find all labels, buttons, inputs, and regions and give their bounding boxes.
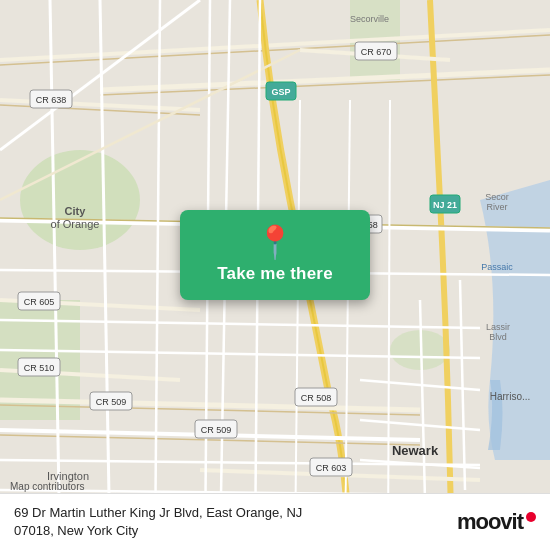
- info-bar: 69 Dr Martin Luther King Jr Blvd, East O…: [0, 493, 550, 550]
- svg-text:Secorville: Secorville: [350, 14, 389, 24]
- svg-text:CR 605: CR 605: [24, 297, 55, 307]
- logo-text: moovit: [457, 509, 523, 535]
- svg-text:CR 603: CR 603: [316, 463, 347, 473]
- svg-text:City: City: [65, 205, 87, 217]
- svg-text:CR 670: CR 670: [361, 47, 392, 57]
- svg-text:CR 508: CR 508: [301, 393, 332, 403]
- svg-text:Passaic: Passaic: [481, 262, 513, 272]
- svg-text:CR 510: CR 510: [24, 363, 55, 373]
- svg-text:Lassir: Lassir: [486, 322, 510, 332]
- svg-point-1: [20, 150, 140, 250]
- svg-text:CR 638: CR 638: [36, 95, 67, 105]
- location-pin-icon: 📍: [255, 226, 295, 258]
- take-me-there-button[interactable]: 📍 Take me there: [180, 210, 370, 300]
- map-attribution: Map contributors: [10, 481, 84, 492]
- address-line2: 07018, New York City: [14, 522, 447, 540]
- svg-text:Blvd: Blvd: [489, 332, 507, 342]
- svg-text:Newark: Newark: [392, 443, 439, 458]
- attribution-text: Map contributors: [10, 481, 84, 492]
- moovit-logo: moovit: [457, 509, 536, 535]
- svg-text:GSP: GSP: [271, 87, 290, 97]
- address-line1: 69 Dr Martin Luther King Jr Blvd, East O…: [14, 504, 447, 522]
- svg-text:NJ 21: NJ 21: [433, 200, 457, 210]
- svg-text:River: River: [486, 202, 507, 212]
- svg-text:CR 509: CR 509: [201, 425, 232, 435]
- svg-text:Harriso...: Harriso...: [490, 391, 531, 402]
- logo-dot: [526, 512, 536, 522]
- address-block: 69 Dr Martin Luther King Jr Blvd, East O…: [14, 504, 447, 540]
- svg-text:Secor: Secor: [485, 192, 509, 202]
- svg-text:CR 509: CR 509: [96, 397, 127, 407]
- svg-text:of Orange: of Orange: [51, 218, 100, 230]
- map-container: CR 638 CR 670 GSP GSP NJ 21 CR 58 CR 605…: [0, 0, 550, 550]
- cta-button-label: Take me there: [217, 264, 333, 284]
